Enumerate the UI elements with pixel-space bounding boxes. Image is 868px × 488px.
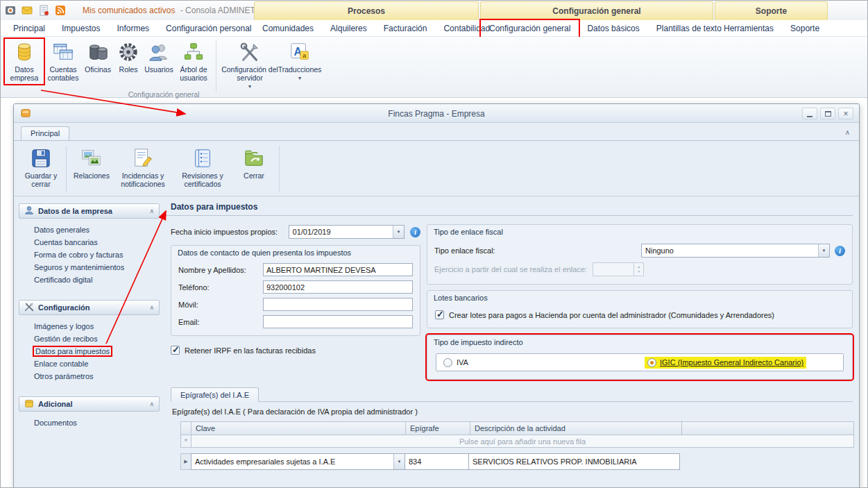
dialog-titlebar[interactable]: Fincas Pragma - Empresa ×: [14, 104, 859, 123]
sidebar-item-datos-generales[interactable]: Datos generales: [19, 224, 160, 236]
translate-icon: Aa: [289, 41, 310, 63]
epigrafe-cell[interactable]: 834: [405, 453, 469, 470]
sidebar-item-cuentas-bancarias[interactable]: Cuentas bancarias: [19, 236, 160, 249]
sidebar-item-gestion-recibos[interactable]: Gestión de recibos: [19, 333, 160, 345]
radio-icon[interactable]: [647, 358, 656, 367]
tab-comunidades[interactable]: Comunidades: [254, 20, 322, 37]
nav-group-header-configuracion[interactable]: Configuración ∧: [19, 300, 160, 315]
new-row-prompt[interactable]: Pulse aquí para añadir una nueva fila: [192, 435, 854, 448]
dialog-tab-principal[interactable]: Principal: [21, 126, 69, 140]
row-indicator-header: [180, 421, 192, 435]
datos-empresa-button[interactable]: Datos empresa: [5, 39, 44, 84]
incidencias-y-notificaciones-button[interactable]: Incidencias y notificaciones: [113, 144, 173, 191]
usuarios-button[interactable]: Usuarios: [144, 39, 174, 76]
column-header-descripcion[interactable]: Descripción de la actividad: [470, 421, 682, 435]
tab-configuracion-personal[interactable]: Configuración personal: [158, 20, 259, 37]
nombre-field[interactable]: [263, 263, 413, 276]
lotes-group-title: Lotes bancarios: [427, 291, 852, 304]
oficinas-button[interactable]: Oficinas: [83, 39, 113, 76]
sidebar: Datos de la empresa ∧ Datos generales Cu…: [19, 203, 160, 443]
note-pencil-icon: [133, 147, 153, 169]
retener-irpf-checkbox[interactable]: [171, 346, 180, 355]
chevron-down-icon[interactable]: ▼: [393, 226, 404, 238]
relaciones-button[interactable]: Relaciones: [70, 144, 113, 183]
sidebar-item-forma-de-cobro[interactable]: Forma de cobro y facturas: [19, 249, 160, 261]
roles-button[interactable]: Roles: [113, 39, 144, 76]
tab-alquileres[interactable]: Alquileres: [322, 20, 375, 37]
nav-group-header-datos-empresa[interactable]: Datos de la empresa ∧: [19, 203, 160, 219]
sidebar-item-otros-parametros[interactable]: Otros parámetros: [19, 370, 160, 382]
button-label: Usuarios: [144, 65, 173, 74]
sidebar-item-enlace-contable[interactable]: Enlace contable: [19, 357, 160, 370]
ribbon-group-caption: Configuración general: [1, 90, 327, 99]
arbol-de-usuarios-button[interactable]: Árbol de usuarios: [174, 39, 213, 84]
maximize-button[interactable]: [820, 108, 835, 119]
photos-icon: [81, 147, 102, 169]
sidebar-item-imagenes-logos[interactable]: Imágenes y logos: [19, 320, 160, 333]
feed-icon[interactable]: [54, 4, 66, 16]
chevron-down-icon[interactable]: ▼: [818, 244, 829, 257]
window-title-primary: Mis comunicados activos: [83, 6, 175, 15]
tab-configuracion-general[interactable]: Configuración general: [481, 20, 579, 37]
tab-impuestos[interactable]: Impuestos: [53, 20, 108, 37]
tab-herramientas[interactable]: Herramientas: [715, 20, 782, 37]
movil-field[interactable]: [263, 298, 413, 311]
radio-igic[interactable]: IGIC (Impuesto General Indirecto Canario…: [645, 357, 806, 369]
telefono-row: Teléfono:: [178, 280, 413, 294]
button-label: Cuentas contables: [46, 65, 80, 82]
guardar-y-cerrar-button[interactable]: Guardar y cerrar: [19, 144, 62, 191]
chevron-down-icon[interactable]: ▼: [393, 454, 405, 469]
contextual-group-procesos[interactable]: Procesos: [254, 1, 479, 20]
minimize-button[interactable]: [802, 108, 817, 119]
contextual-group-soporte[interactable]: Soporte: [715, 1, 828, 20]
info-icon[interactable]: i: [835, 246, 845, 256]
tab-informes[interactable]: Informes: [108, 20, 158, 37]
sidebar-item-seguros[interactable]: Seguros y mantenimientos: [19, 261, 160, 274]
gear-badge-icon: [118, 41, 139, 63]
ejercicio-spinner[interactable]: ▲▼: [593, 262, 644, 276]
sidebar-item-documentos[interactable]: Documentos: [19, 417, 160, 429]
clave-cell-combo[interactable]: Actividades empresariales sujetas a I.A.…: [191, 453, 405, 470]
checklist-book-icon: [192, 147, 213, 169]
nav-group-header-adicional[interactable]: Adicional ∧: [19, 396, 160, 412]
tab-facturacion[interactable]: Facturación: [375, 20, 436, 37]
tab-soporte[interactable]: Soporte: [782, 20, 828, 37]
configuracion-del-servidor-button[interactable]: Configuración del servidor ▾: [219, 39, 280, 92]
tab-datos-basicos[interactable]: Datos básicos: [579, 20, 647, 37]
cuentas-contables-button[interactable]: Cuentas contables: [44, 39, 83, 84]
telefono-field[interactable]: [263, 280, 413, 294]
radio-iva[interactable]: IVA: [443, 358, 645, 367]
tipo-enlace-combo[interactable]: Ninguno ▼: [641, 244, 830, 258]
email-row: Email:: [178, 315, 413, 328]
contacto-group-title: Datos de contacto de quien presenta los …: [171, 246, 420, 259]
grid-new-row[interactable]: * Pulse aquí para añadir una nueva fila: [180, 435, 854, 448]
ejercicio-row: Ejercicio a partir del cual se realiza e…: [434, 262, 845, 276]
tab-cluster-soporte: Herramientas Soporte: [715, 20, 828, 37]
close-button[interactable]: ×: [838, 108, 853, 119]
spin-up-icon: ▲: [637, 264, 640, 269]
column-header-clave[interactable]: Clave: [192, 421, 406, 435]
traducciones-button[interactable]: Aa Traducciones ▾: [280, 39, 319, 83]
descripcion-cell[interactable]: SERVICIOS RELATIVOS PROP. INMOBILIARIA: [468, 453, 680, 470]
sidebar-item-certificado-digital[interactable]: Certificado digital: [19, 274, 160, 286]
tipo-impuesto-group-title: Tipo de impuesto indirecto: [427, 335, 852, 348]
sidebar-item-datos-para-impuestos[interactable]: Datos para impuestos: [19, 345, 160, 357]
app-logo-icon[interactable]: [4, 4, 16, 16]
fecha-inicio-combo[interactable]: 01/01/2019 ▼: [289, 225, 405, 239]
tipo-enlace-label: Tipo enlace fiscal:: [434, 246, 636, 255]
radio-icon[interactable]: [443, 358, 452, 367]
crear-lotes-checkbox[interactable]: [435, 310, 444, 319]
column-header-epigrafe[interactable]: Epígrafe: [406, 421, 470, 435]
tab-principal[interactable]: Principal: [5, 20, 53, 37]
mail-icon[interactable]: [21, 4, 33, 16]
email-field[interactable]: [263, 315, 413, 328]
button-label: Relaciones: [74, 171, 110, 180]
info-icon[interactable]: i: [410, 227, 420, 237]
iae-tab[interactable]: Epígrafe(s) del I.A.E: [171, 387, 259, 402]
cerrar-button[interactable]: Cerrar: [232, 144, 275, 183]
contextual-group-configuracion-general[interactable]: Configuración general: [480, 1, 713, 20]
collapse-ribbon-icon[interactable]: ∧: [845, 128, 850, 136]
spinner-buttons[interactable]: ▲▼: [633, 263, 643, 276]
document-note-icon[interactable]: [37, 4, 49, 16]
revisiones-y-certificados-button[interactable]: Revisiones y certificados: [173, 144, 232, 191]
